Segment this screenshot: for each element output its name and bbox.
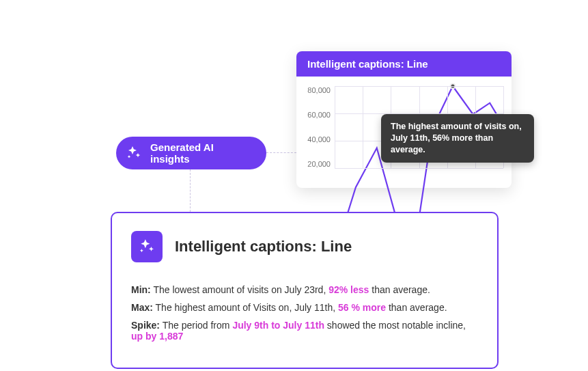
caption-spike-label: Spike: [131,320,160,331]
y-tick: 20,000 [302,160,331,168]
captions-title: Intelligent captions: Line [175,238,352,256]
tooltip-line-2: July 11th, 56% more than average. [391,133,524,156]
caption-min-label: Min: [131,284,151,295]
caption-max-pre: The highest amount of Visits on, July 11… [153,302,338,313]
pill-label: Generated AI insights [150,141,254,165]
gridline-v [363,86,363,168]
caption-min-post: than average. [369,284,430,295]
connector-vertical [190,169,191,212]
caption-spike: Spike: The period from July 9th to July … [131,320,478,342]
caption-spike-highlight-2: up by 1,887 [131,331,183,342]
connector-horizontal [266,152,296,153]
chart-tooltip: The highest amount of visits on, July 11… [381,114,534,163]
caption-min-highlight: 92% less [328,284,369,295]
gridline-v [335,86,335,168]
caption-spike-pre: The period from [160,320,232,331]
caption-max: Max: The highest amount of Visits on, Ju… [131,302,478,313]
caption-spike-highlight-1: July 9th to July 11th [232,320,324,331]
caption-max-label: Max: [131,302,153,313]
caption-min: Min: The lowest amount of visits on July… [131,284,478,295]
caption-max-highlight: 56 % more [338,302,386,313]
captions-header: Intelligent captions: Line [131,231,478,262]
sparkle-tile-icon [131,231,163,262]
y-tick: 80,000 [302,86,331,94]
caption-max-post: than average. [386,302,447,313]
captions-card: Intelligent captions: Line Min: The lowe… [111,212,499,369]
tooltip-line-1: The highest amount of visits on, [391,121,524,133]
y-tick: 60,000 [302,111,331,119]
caption-min-pre: The lowest amount of visits on July 23rd… [151,284,328,295]
chart-card-title: Intelligent captions: Line [296,51,512,77]
caption-spike-mid: showed the most notable incline, [324,320,466,331]
y-tick: 40,000 [302,135,331,143]
y-axis-ticks: 80,00060,00040,00020,000 [302,86,335,168]
gridline-h [335,168,503,169]
sparkle-icon [126,145,142,161]
generated-ai-insights-pill[interactable]: Generated AI insights [116,137,266,169]
